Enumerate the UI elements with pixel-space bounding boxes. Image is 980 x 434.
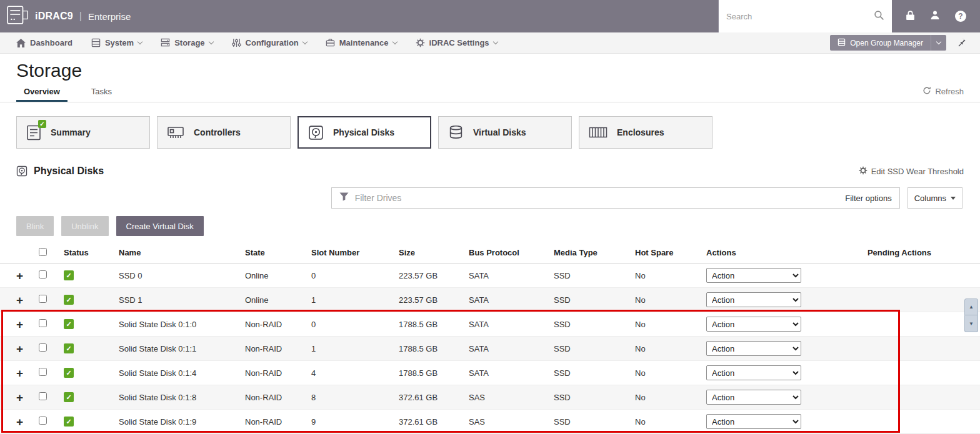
row-action-select[interactable]: Action [706,365,801,380]
row-checkbox[interactable] [39,368,47,376]
unblink-button[interactable]: Unblink [61,216,108,236]
disk-hot-spare: No [631,271,702,280]
card-summary[interactable]: Summary [16,116,150,149]
filter-funnel-icon [339,192,349,204]
open-group-manager-button[interactable]: Open Group Manager [830,35,931,51]
nav-item-system[interactable]: System [91,38,142,47]
card-controllers[interactable]: Controllers [157,116,291,149]
status-ok-icon [64,270,74,280]
row-action-select[interactable]: Action [706,341,801,356]
table-header-row: Status Name State Slot Number Size Bus P… [0,242,980,264]
tab-overview[interactable]: Overview [16,87,68,102]
main-navbar: Dashboard System Storage [0,32,980,54]
nav-item-dashboard[interactable]: Dashboard [16,38,72,47]
header-pending-actions: Pending Actions [819,248,980,257]
row-action-select[interactable]: Action [706,317,801,332]
status-ok-icon [64,343,74,353]
disk-bus-protocol: SAS [465,417,550,427]
card-physical-disks[interactable]: Physical Disks [298,116,431,149]
columns-dropdown-button[interactable]: Columns [908,187,962,209]
disk-slot-number: 0 [308,271,395,280]
storage-icon [161,38,170,47]
row-action-select[interactable]: Action [706,414,801,429]
row-checkbox[interactable] [39,343,47,352]
disk-hot-spare: No [631,320,702,329]
header-actions: Actions [702,248,819,257]
columns-label: Columns [914,194,946,203]
header-media-type: Media Type [550,248,631,257]
row-action-select[interactable]: Action [706,292,801,307]
expand-row-button[interactable] [16,269,23,282]
table-row: Solid State Disk 0:1:0 Non-RAID 0 1788.5… [0,312,980,337]
tab-tasks[interactable]: Tasks [84,87,119,102]
disk-name: SSD 1 [115,295,241,305]
row-checkbox[interactable] [39,270,47,279]
card-virtual-disks[interactable]: Virtual Disks [438,116,572,149]
help-icon[interactable] [955,11,966,22]
refresh-link[interactable]: Refresh [922,86,980,102]
card-enclosures[interactable]: Enclosures [579,116,712,149]
chevron-down-icon [951,197,956,200]
storage-category-cards: Summary Controllers Physical Disks [16,116,980,149]
user-icon[interactable] [930,10,940,22]
scroll-up-button[interactable]: ▲ [964,298,978,315]
expand-row-button[interactable] [16,342,23,355]
disk-bus-protocol: SAS [465,393,550,402]
filter-drives-input[interactable] [355,193,839,203]
row-checkbox[interactable] [39,392,47,400]
scroll-down-button[interactable]: ▼ [964,315,978,332]
filter-options-link[interactable]: Filter options [845,194,891,203]
row-action-select[interactable]: Action [706,390,801,405]
lock-icon[interactable] [906,10,915,23]
card-label: Summary [51,127,91,137]
global-search [718,0,892,32]
expand-row-button[interactable] [16,293,23,307]
row-checkbox[interactable] [39,417,47,425]
create-virtual-disk-button[interactable]: Create Virtual Disk [116,216,204,236]
table-row: SSD 1 Online 1 223.57 GB SATA SSD No Act… [0,288,980,312]
header-status: Status [60,248,115,257]
nav-item-configuration[interactable]: Configuration [232,38,307,47]
summary-status-ok-icon [38,120,46,128]
nav-item-idrac-settings[interactable]: iDRAC Settings [416,38,498,47]
pin-icon[interactable] [956,37,966,49]
expand-row-button[interactable] [16,391,23,404]
nav-item-storage[interactable]: Storage [161,38,212,47]
page-title: Storage [16,59,980,82]
nav-item-label: Configuration [246,38,299,47]
nav-item-maintenance[interactable]: Maintenance [326,38,397,47]
controllers-icon [167,125,184,140]
disk-slot-number: 1 [308,344,395,353]
tab-bar: Overview Tasks Refresh [0,85,980,102]
nav-item-label: System [105,38,134,47]
disk-hot-spare: No [631,417,702,427]
chevron-down-icon [302,39,308,44]
refresh-icon [922,86,931,97]
expand-row-button[interactable] [16,415,23,428]
gear-icon [416,38,425,47]
disk-media-type: SSD [550,320,631,329]
filter-row: Filter options Columns [0,187,980,209]
blink-button[interactable]: Blink [16,216,54,236]
search-icon[interactable] [874,10,884,23]
row-checkbox[interactable] [39,319,47,327]
search-input[interactable] [726,12,869,21]
disk-media-type: SSD [550,344,631,353]
disk-hot-spare: No [631,393,702,402]
expand-row-button[interactable] [16,318,23,331]
disk-size: 1788.5 GB [395,344,465,353]
expand-row-button[interactable] [16,367,23,380]
row-action-select[interactable]: Action [706,268,801,283]
open-group-manager-dropdown-button[interactable] [931,35,946,51]
chevron-down-icon [208,39,213,44]
select-all-checkbox[interactable] [39,248,47,256]
status-ok-icon [64,392,74,402]
disk-size: 223.57 GB [395,271,465,280]
edit-ssd-wear-threshold-link[interactable]: Edit SSD Wear Threshold [859,166,964,177]
disk-media-type: SSD [550,368,631,378]
brand-name: iDRAC9 [35,11,73,22]
physical-disks-icon [308,125,324,141]
row-checkbox[interactable] [39,295,47,303]
disk-name: Solid State Disk 0:1:0 [115,320,241,329]
header-hot-spare: Hot Spare [631,248,702,257]
